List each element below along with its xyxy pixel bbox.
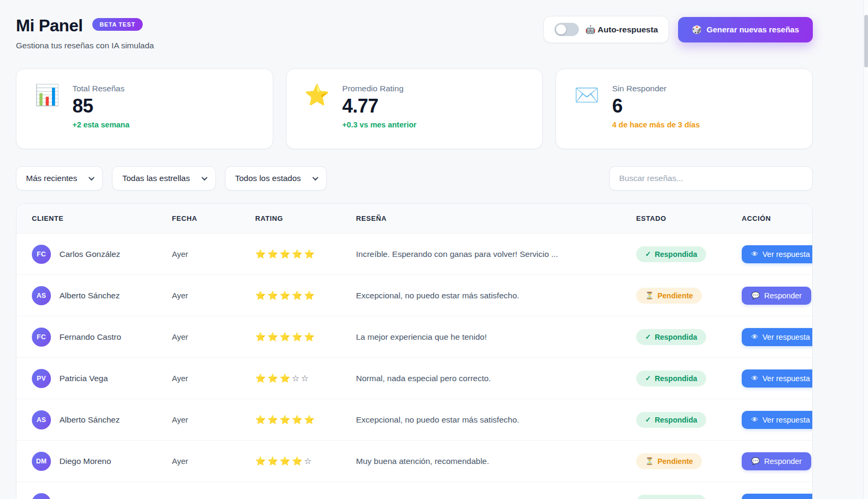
- table-row: DM Diego Moreno Ayer ⭐⭐⭐⭐☆ Muy buena ate…: [16, 441, 812, 482]
- status-badge: ✓ Respondida: [636, 495, 706, 499]
- stat-label: Promedio Rating: [342, 84, 416, 93]
- action-cell: 👁 Ver respuesta: [742, 245, 813, 263]
- status-cell: ✓ Respondida: [636, 371, 742, 386]
- avatar: AS: [32, 410, 51, 429]
- action-button[interactable]: 👁 Ver respuesta: [742, 369, 813, 388]
- action-icon: 👁: [751, 416, 758, 424]
- column-header-fecha: FECHA: [172, 214, 255, 222]
- toggle-switch[interactable]: [554, 23, 579, 36]
- column-header-cliente: CLIENTE: [32, 214, 172, 222]
- review-text: Excepcional, no puedo estar más satisfec…: [356, 291, 636, 300]
- review-date: Ayer: [172, 249, 255, 259]
- customer-name: Alberto Sánchez: [59, 291, 120, 300]
- stat-label: Total Reseñas: [72, 84, 129, 93]
- scrollbar-thumb[interactable]: [864, 15, 868, 67]
- status-icon: ✓: [645, 333, 651, 341]
- table-row: ✓ Respondida 👁 Ver respuesta: [16, 482, 812, 499]
- table-row: PV Patricia Vega Ayer ⭐⭐⭐☆☆ Normal, nada…: [16, 358, 812, 399]
- action-button[interactable]: 💬 Responder: [742, 452, 811, 470]
- customer-cell: DM Diego Moreno: [32, 452, 172, 471]
- review-text: La mejor experiencia que he tenido!: [356, 332, 636, 342]
- status-label: Respondida: [655, 333, 697, 341]
- avatar: FC: [32, 245, 51, 264]
- status-cell: ✓ Respondida: [636, 495, 742, 499]
- review-date: Ayer: [172, 374, 255, 383]
- action-button[interactable]: 👁 Ver respuesta: [742, 494, 813, 499]
- status-cell: ⏳ Pendiente: [636, 288, 742, 304]
- stat-value: 6: [612, 95, 700, 117]
- column-header-rating: RATING: [255, 214, 356, 222]
- action-button[interactable]: 👁 Ver respuesta: [742, 328, 813, 346]
- action-icon: 💬: [751, 291, 760, 299]
- bar-chart-icon: 📊: [34, 84, 59, 107]
- action-cell: 👁 Ver respuesta: [742, 328, 813, 346]
- chevron-down-icon: [202, 175, 207, 180]
- star-rating: ⭐⭐⭐⭐⭐: [255, 290, 356, 300]
- review-date: Ayer: [172, 291, 255, 300]
- star-icon: ⭐: [305, 84, 329, 107]
- action-label: Responder: [764, 457, 802, 466]
- status-badge: ✓ Respondida: [636, 246, 706, 262]
- customer-cell: FC Carlos González: [32, 245, 172, 264]
- customer-cell: AS Alberto Sánchez: [32, 286, 172, 305]
- avatar: [32, 493, 51, 499]
- customer-cell: [32, 493, 172, 499]
- customer-name: Carlos González: [59, 249, 120, 259]
- status-cell: ✓ Respondida: [636, 329, 742, 345]
- beta-badge: BETA TEST: [92, 18, 143, 31]
- status-icon: ✓: [645, 250, 651, 258]
- customer-name: Alberto Sánchez: [59, 415, 120, 425]
- status-cell: ⏳ Pendiente: [636, 453, 742, 469]
- title-block: Mi Panel BETA TEST Gestiona tus reseñas …: [16, 16, 154, 50]
- avatar: FC: [32, 328, 51, 347]
- star-rating: ⭐⭐⭐⭐⭐: [255, 415, 356, 425]
- status-label: Pendiente: [657, 457, 693, 466]
- action-cell: 💬 Responder: [742, 452, 812, 470]
- review-text: Increíble. Esperando con ganas para volv…: [356, 249, 636, 259]
- scrollbar[interactable]: [863, 0, 868, 499]
- stars-filter-dropdown[interactable]: Todas las estrellas: [112, 166, 216, 191]
- action-button[interactable]: 💬 Responder: [742, 287, 811, 305]
- robot-icon: 🤖: [585, 25, 595, 34]
- review-date: Ayer: [172, 332, 255, 341]
- action-button[interactable]: 👁 Ver respuesta: [742, 245, 813, 263]
- stat-delta: 4 de hace más de 3 días: [612, 121, 700, 129]
- status-cell: ✓ Respondida: [636, 412, 742, 428]
- star-rating: ⭐⭐⭐⭐⭐: [255, 332, 356, 342]
- status-badge: ⏳ Pendiente: [636, 288, 702, 304]
- action-cell: 👁 Ver respuesta: [742, 494, 813, 499]
- status-label: Respondida: [655, 250, 697, 259]
- generate-reviews-button[interactable]: 🎲 Generar nuevas reseñas: [678, 17, 813, 42]
- action-cell: 👁 Ver respuesta: [742, 369, 813, 388]
- star-rating: ⭐⭐⭐☆☆: [255, 373, 356, 383]
- table-header: CLIENTE FECHA RATING RESEÑA ESTADO ACCIÓ…: [16, 204, 812, 234]
- status-icon: ⏳: [645, 291, 654, 299]
- status-filter-dropdown[interactable]: Todos los estados: [225, 166, 327, 191]
- status-icon: ✓: [645, 416, 651, 424]
- customer-name: Patricia Vega: [59, 374, 108, 383]
- sort-dropdown[interactable]: Más recientes: [16, 166, 103, 191]
- action-icon: 💬: [751, 457, 760, 465]
- status-icon: ✓: [645, 374, 651, 382]
- stats-row: 📊 Total Reseñas 85 +2 esta semana ⭐ Prom…: [16, 68, 813, 149]
- auto-response-toggle-card[interactable]: 🤖 Auto-respuesta: [543, 16, 669, 43]
- topbar: Mi Panel BETA TEST Gestiona tus reseñas …: [16, 0, 813, 50]
- search-input[interactable]: [609, 166, 813, 191]
- status-label: Pendiente: [657, 291, 693, 300]
- action-button[interactable]: 👁 Ver respuesta: [742, 411, 813, 429]
- star-rating: ⭐⭐⭐⭐☆: [255, 456, 356, 466]
- customer-name: Diego Moreno: [59, 457, 111, 466]
- status-cell: ✓ Respondida: [636, 246, 742, 262]
- toggle-knob: [556, 24, 566, 35]
- table-row: FC Carlos González Ayer ⭐⭐⭐⭐⭐ Increíble.…: [16, 234, 812, 275]
- action-label: Ver respuesta: [762, 416, 810, 424]
- auto-response-label: 🤖 Auto-respuesta: [585, 25, 658, 35]
- action-icon: 👁: [751, 250, 758, 258]
- dice-icon: 🎲: [692, 25, 702, 35]
- customer-cell: FC Fernando Castro: [32, 328, 172, 347]
- review-date: Ayer: [172, 415, 255, 424]
- customer-cell: PV Patricia Vega: [32, 369, 172, 388]
- status-badge: ✓ Respondida: [636, 412, 706, 428]
- table-row: FC Fernando Castro Ayer ⭐⭐⭐⭐⭐ La mejor e…: [16, 316, 812, 358]
- action-icon: 👁: [751, 333, 758, 341]
